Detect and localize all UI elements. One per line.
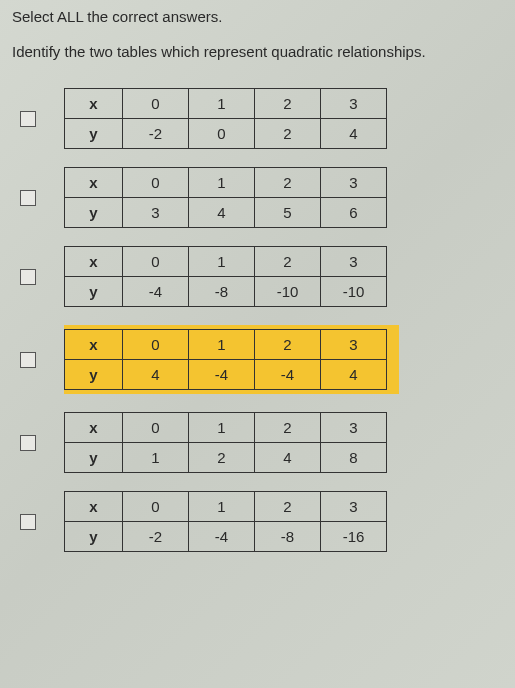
choice-5: x 0 1 2 3 y 1 2 4 8 <box>20 412 503 473</box>
cell: 3 <box>321 168 387 198</box>
cell: 1 <box>189 330 255 360</box>
cell: 1 <box>189 168 255 198</box>
cell: 3 <box>321 492 387 522</box>
cell: -2 <box>123 522 189 552</box>
cell: -10 <box>321 277 387 307</box>
choices-container: x 0 1 2 3 y -2 0 2 4 x 0 1 2 3 <box>12 88 503 552</box>
cell: 1 <box>189 89 255 119</box>
cell: 1 <box>123 443 189 473</box>
choice-6: x 0 1 2 3 y -2 -4 -8 -16 <box>20 491 503 552</box>
cell: 4 <box>189 198 255 228</box>
cell: -16 <box>321 522 387 552</box>
row-label-x: x <box>65 89 123 119</box>
cell: 2 <box>255 413 321 443</box>
cell: -4 <box>189 360 255 390</box>
cell: 3 <box>321 89 387 119</box>
cell: 3 <box>321 247 387 277</box>
cell: -8 <box>255 522 321 552</box>
cell: 2 <box>255 168 321 198</box>
cell: 0 <box>123 89 189 119</box>
row-label-y: y <box>65 522 123 552</box>
prompt-text: Identify the two tables which represent … <box>12 43 503 60</box>
cell: -4 <box>255 360 321 390</box>
cell: 3 <box>321 330 387 360</box>
row-label-y: y <box>65 277 123 307</box>
row-label-y: y <box>65 198 123 228</box>
cell: 0 <box>123 413 189 443</box>
cell: -8 <box>189 277 255 307</box>
choice-4: x 0 1 2 3 y 4 -4 -4 4 <box>20 325 503 394</box>
checkbox-2[interactable] <box>20 190 36 206</box>
cell: 4 <box>321 119 387 149</box>
row-label-x: x <box>65 168 123 198</box>
highlight-wrap: x 0 1 2 3 y 4 -4 -4 4 <box>64 325 399 394</box>
cell: 2 <box>255 247 321 277</box>
cell: 1 <box>189 413 255 443</box>
checkbox-3[interactable] <box>20 269 36 285</box>
cell: 2 <box>189 443 255 473</box>
row-label-x: x <box>65 247 123 277</box>
cell: 0 <box>123 168 189 198</box>
choice-3: x 0 1 2 3 y -4 -8 -10 -10 <box>20 246 503 307</box>
cell: 4 <box>321 360 387 390</box>
checkbox-4[interactable] <box>20 352 36 368</box>
cell: 0 <box>123 247 189 277</box>
table-2: x 0 1 2 3 y 3 4 5 6 <box>64 167 387 228</box>
cell: 6 <box>321 198 387 228</box>
cell: 1 <box>189 247 255 277</box>
table-4: x 0 1 2 3 y 4 -4 -4 4 <box>64 329 387 390</box>
checkbox-5[interactable] <box>20 435 36 451</box>
table-3: x 0 1 2 3 y -4 -8 -10 -10 <box>64 246 387 307</box>
cell: 1 <box>189 492 255 522</box>
row-label-x: x <box>65 492 123 522</box>
row-label-x: x <box>65 330 123 360</box>
row-label-x: x <box>65 413 123 443</box>
checkbox-1[interactable] <box>20 111 36 127</box>
cell: 4 <box>123 360 189 390</box>
cell: 0 <box>123 492 189 522</box>
table-6: x 0 1 2 3 y -2 -4 -8 -16 <box>64 491 387 552</box>
cell: 3 <box>123 198 189 228</box>
cell: -4 <box>189 522 255 552</box>
choice-1: x 0 1 2 3 y -2 0 2 4 <box>20 88 503 149</box>
choice-2: x 0 1 2 3 y 3 4 5 6 <box>20 167 503 228</box>
cell: 2 <box>255 89 321 119</box>
row-label-y: y <box>65 119 123 149</box>
row-label-y: y <box>65 360 123 390</box>
cell: -10 <box>255 277 321 307</box>
table-1: x 0 1 2 3 y -2 0 2 4 <box>64 88 387 149</box>
cell: 4 <box>255 443 321 473</box>
cell: -4 <box>123 277 189 307</box>
cell: 2 <box>255 330 321 360</box>
cell: 0 <box>189 119 255 149</box>
table-5: x 0 1 2 3 y 1 2 4 8 <box>64 412 387 473</box>
cell: 5 <box>255 198 321 228</box>
cell: 8 <box>321 443 387 473</box>
cell: -2 <box>123 119 189 149</box>
cell: 2 <box>255 119 321 149</box>
cell: 3 <box>321 413 387 443</box>
cell: 0 <box>123 330 189 360</box>
instruction-text: Select ALL the correct answers. <box>12 8 503 25</box>
checkbox-6[interactable] <box>20 514 36 530</box>
cell: 2 <box>255 492 321 522</box>
row-label-y: y <box>65 443 123 473</box>
